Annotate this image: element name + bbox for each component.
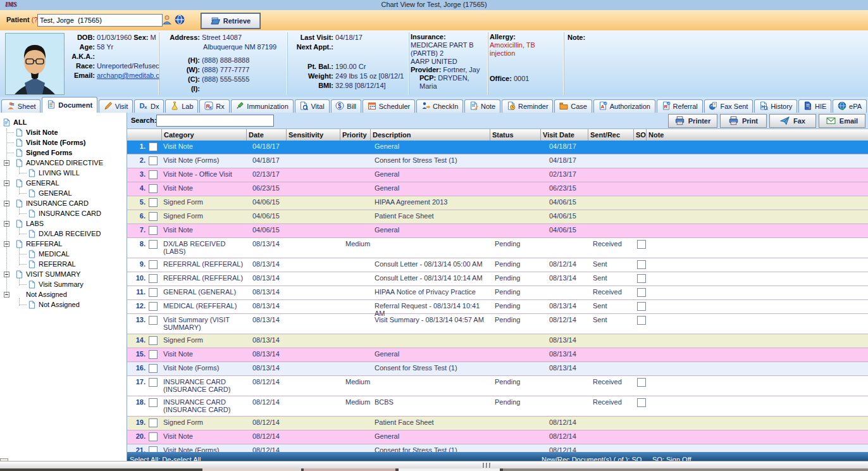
fax-button[interactable]: Fax [769,114,816,128]
tab-vital[interactable]: Vital [295,99,330,113]
tab-dx[interactable]: DxDx [134,99,164,113]
table-row[interactable]: 15.Visit Note08/13/14General08/13/14 [127,348,868,362]
table-row[interactable]: 11.GENERAL (GENERAL)08/13/14HIPAA Notice… [127,286,868,300]
tree-item-general[interactable]: GENERAL [28,188,72,198]
so-checkbox[interactable] [637,302,646,311]
row-checkbox[interactable] [149,398,158,407]
tab-bill[interactable]: $Bill [331,99,361,113]
tab-rx[interactable]: RxRx [199,99,229,113]
table-row[interactable]: 10.REFERRAL (REFFERAL)08/13/14Consult Le… [127,272,868,286]
row-checkbox[interactable] [149,142,158,151]
printer-button[interactable]: Printer [668,114,717,128]
table-row[interactable]: 7.Visit Note04/06/15General04/06/15 [127,224,868,238]
table-row[interactable]: 4.Visit Note06/23/15General06/23/15 [127,182,868,196]
row-checkbox[interactable] [149,156,158,165]
table-row[interactable]: 8.DX/LAB RECEIVED (LABS)08/13/14MediumPe… [127,238,868,258]
table-row[interactable]: 17.INSURANCE CARD (INSURANCE CARD)08/12/… [127,376,868,396]
column-header-Visit Date[interactable]: Visit Date [541,129,588,141]
tree-item-not-assigned[interactable]: Not Assigned [28,299,80,310]
tab-case[interactable]: Case [554,99,592,113]
so-checkbox[interactable] [637,260,646,269]
row-checkbox[interactable] [149,336,158,345]
tab-note[interactable]: Note [464,99,500,113]
column-header-select[interactable] [127,129,162,141]
row-checkbox[interactable] [149,274,158,283]
tree-item-general[interactable]: GENERAL [15,178,59,188]
row-checkbox[interactable] [149,432,158,441]
tab-epa[interactable]: ePA [833,99,867,113]
tab-checkin[interactable]: CheckIn [416,99,463,113]
table-row[interactable]: 14.Signed Form08/13/1408/13/14 [127,334,868,348]
tab-reminder[interactable]: Reminder [502,99,553,113]
table-row[interactable]: 13.Visit Summary (VISIT SUMMARY)08/13/14… [127,314,868,334]
so-checkbox[interactable] [637,378,646,387]
table-row[interactable]: 5.Signed Form04/06/15HIPAA Agreement 201… [127,196,868,210]
table-row[interactable]: 9.REFERRAL (REFFERAL)08/13/14Consult Let… [127,258,868,272]
print-button[interactable]: Print [720,114,767,128]
row-checkbox[interactable] [149,316,158,325]
table-row[interactable]: 16.Visit Note (Forms)08/13/14Consent for… [127,362,868,376]
row-checkbox[interactable] [149,288,158,297]
row-checkbox[interactable] [149,364,158,373]
so-checkbox[interactable] [637,398,646,407]
web-globe-icon[interactable] [175,15,185,25]
retrieve-button[interactable]: Retrieve [201,13,260,28]
tab-hie[interactable]: HIE [798,99,831,113]
row-checkbox[interactable] [149,418,158,427]
tree-item-all[interactable]: ALL [3,117,27,127]
row-checkbox[interactable] [149,184,158,193]
tab-scheduler[interactable]: Scheduler [363,99,415,113]
column-header-Priority[interactable]: Priority [340,129,371,141]
row-checkbox[interactable] [149,198,158,207]
table-row[interactable]: 12.MEDICAL (REFFERAL)08/13/14Referral Re… [127,300,868,314]
tab-history[interactable]: HHistory [754,99,797,113]
row-checkbox[interactable] [149,260,158,269]
row-checkbox[interactable] [149,226,158,235]
tab-authorization[interactable]: AAuthorization [593,99,655,113]
tab-fax-sent[interactable]: Fax Sent [704,99,753,113]
tree-item-not-assigned[interactable]: Not Assigned [15,289,67,299]
row-checkbox[interactable] [149,350,158,359]
tree-item-living-will[interactable]: LIVING WILL [28,168,80,178]
tree-item-insurance-card[interactable]: INSURANCE CARD [15,198,89,208]
tree-item-refferal[interactable]: REFFERAL [15,239,62,249]
column-header-Status[interactable]: Status [490,129,541,141]
column-header-Category[interactable]: Category [162,129,247,141]
patient-person-icon[interactable] [162,15,173,25]
column-header-Sensitivity[interactable]: Sensitivity [287,129,340,141]
tab-document[interactable]: Document [42,97,97,113]
footer-select-all[interactable]: Select All; De-select All [130,456,201,461]
email-link[interactable]: archanp@meditab.c [97,72,159,79]
row-checkbox[interactable] [149,212,158,221]
tree-item-visit-note[interactable]: Visit Note [15,127,58,137]
column-header-Date[interactable]: Date [247,129,287,141]
so-checkbox[interactable] [637,240,646,249]
tree-item-visit-summary[interactable]: VISIT SUMMARY [15,269,80,279]
tab-referral[interactable]: RReferral [657,99,703,113]
row-checkbox[interactable] [149,302,158,311]
tree-item-medical[interactable]: MEDICAL [28,249,70,259]
scrollbar-grip-icon[interactable] [483,463,491,468]
table-row[interactable]: 6.Signed Form04/06/15Patient Face Sheet0… [127,210,868,224]
column-header-Description[interactable]: Description [371,129,490,141]
column-header-Sent/Rec[interactable]: Sent/Rec [588,129,634,141]
tab-visit[interactable]: Visit [99,99,133,113]
email-button[interactable]: Email [819,114,865,128]
tab-immunization[interactable]: Immunization [231,99,294,113]
tree-item-insurance-card[interactable]: INSURANCE CARD [28,208,101,218]
so-checkbox[interactable] [637,316,646,325]
table-row[interactable]: 3.Visit Note - Office Visit02/13/17Gener… [127,168,868,182]
so-checkbox[interactable] [637,288,646,297]
tree-item-visit-summary[interactable]: Visit Summary [28,279,84,289]
table-row[interactable]: 19.Signed Form08/12/14Patient Face Sheet… [127,417,868,430]
so-checkbox[interactable] [637,274,646,283]
patient-search-input[interactable] [37,14,163,27]
tree-item-signed-forms[interactable]: Signed Forms [15,148,72,158]
tab-lab[interactable]: Lab [165,99,198,113]
table-row[interactable]: 18.INSURANCE CARD (INSURANCE CARD)08/12/… [127,396,868,417]
tree-item-dx-lab-received[interactable]: DX/LAB RECEIVED [28,229,101,239]
row-checkbox[interactable] [149,240,158,249]
tree-item-visit-note-forms-[interactable]: Visit Note (Forms) [15,137,86,148]
table-row[interactable]: 20.Visit Note08/12/14General08/12/14 [127,430,868,444]
search-input[interactable] [156,115,274,127]
